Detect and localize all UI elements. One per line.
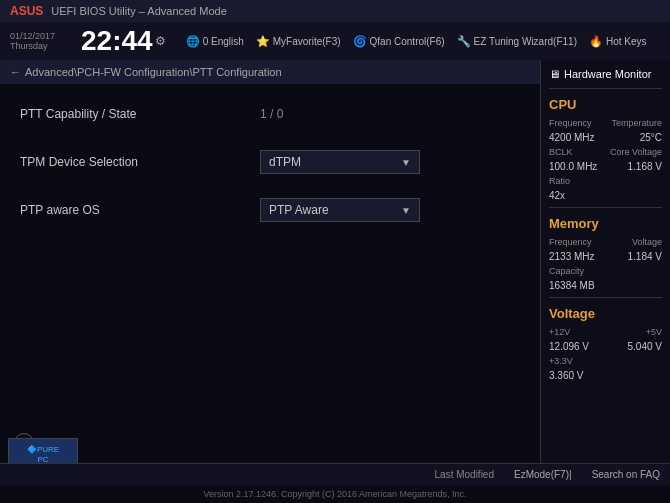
mem-volt-value: 1.184 V bbox=[628, 251, 662, 262]
ptt-capability-value: 1 / 0 bbox=[260, 107, 283, 121]
ptp-dropdown-arrow: ▼ bbox=[401, 205, 411, 216]
time-display: 22:44 ⚙ bbox=[81, 27, 166, 55]
cpu-section-title: CPU bbox=[549, 97, 662, 112]
cpu-bclk-value-row: 100.0 MHz 1.168 V bbox=[549, 161, 662, 172]
mem-cap-label-row: Capacity bbox=[549, 266, 662, 276]
cpu-temp-value: 25°C bbox=[640, 132, 662, 143]
mem-freq-label: Frequency bbox=[549, 237, 592, 247]
ez-tuning-label: EZ Tuning Wizard(F11) bbox=[474, 36, 577, 47]
ptp-aware-label: PTP aware OS bbox=[20, 203, 220, 217]
mem-freq-value-row: 2133 MHz 1.184 V bbox=[549, 251, 662, 262]
ratio-value-row: 42x bbox=[549, 190, 662, 201]
hardware-monitor-panel: 🖥 Hardware Monitor CPU Frequency Tempera… bbox=[540, 60, 670, 503]
monitor-icon: 🖥 bbox=[549, 68, 560, 80]
mem-freq-value: 2133 MHz bbox=[549, 251, 595, 262]
config-area: PTT Capability / State 1 / 0 TPM Device … bbox=[0, 84, 540, 260]
ptt-capability-label: PTT Capability / State bbox=[20, 107, 220, 121]
datetime-bar: 01/12/2017 Thursday 22:44 ⚙ 🌐 0 English … bbox=[0, 22, 670, 60]
tpm-device-label: TPM Device Selection bbox=[20, 155, 220, 169]
bclk-label: BCLK bbox=[549, 147, 573, 157]
bottom-action-bar: Last Modified EzMode(F7)| Search on FAQ bbox=[0, 463, 670, 485]
ptp-aware-dropdown[interactable]: PTP Aware ▼ bbox=[260, 198, 420, 222]
back-arrow-icon[interactable]: ← bbox=[10, 66, 21, 78]
myfavorite-label: MyFavorite(F3) bbox=[273, 36, 341, 47]
mem-volt-label: Voltage bbox=[632, 237, 662, 247]
ratio-label: Ratio bbox=[549, 176, 570, 186]
asus-logo-text: ASUS bbox=[10, 4, 43, 18]
date-display: 01/12/2017 Thursday bbox=[10, 31, 65, 51]
core-volt-value: 1.168 V bbox=[628, 161, 662, 172]
cpu-bclk-label-row: BCLK Core Voltage bbox=[549, 147, 662, 157]
cpu-temp-label: Temperature bbox=[611, 118, 662, 128]
version-bar: Version 2.17.1246. Copyright (C) 2016 Am… bbox=[0, 485, 670, 503]
ptt-capability-row: PTT Capability / State 1 / 0 bbox=[20, 100, 520, 128]
v12-value-row: 12.096 V 5.040 V bbox=[549, 341, 662, 352]
cpu-freq-value: 4200 MHz bbox=[549, 132, 595, 143]
qfan-label: Qfan Control(F6) bbox=[370, 36, 445, 47]
v33-label: +3.3V bbox=[549, 356, 573, 366]
top-icon-bar: 🌐 0 English ⭐ MyFavorite(F3) 🌀 Qfan Cont… bbox=[186, 35, 660, 48]
clock-time: 22:44 bbox=[81, 27, 153, 55]
ratio-value: 42x bbox=[549, 190, 565, 201]
day-text: Thursday bbox=[10, 41, 65, 51]
bclk-value: 100.0 MHz bbox=[549, 161, 597, 172]
tpm-device-dropdown[interactable]: dTPM ▼ bbox=[260, 150, 420, 174]
v5-label: +5V bbox=[646, 327, 662, 337]
hw-monitor-title: 🖥 Hardware Monitor bbox=[549, 68, 662, 80]
mem-freq-label-row: Frequency Voltage bbox=[549, 237, 662, 247]
mem-cap-value-row: 16384 MB bbox=[549, 280, 662, 291]
mem-cap-value: 16384 MB bbox=[549, 280, 595, 291]
search-faq-button[interactable]: Search on FAQ bbox=[592, 469, 660, 480]
tpm-dropdown-arrow: ▼ bbox=[401, 157, 411, 168]
memory-section-title: Memory bbox=[549, 216, 662, 231]
v12-value: 12.096 V bbox=[549, 341, 589, 352]
gear-icon[interactable]: ⚙ bbox=[155, 34, 166, 48]
ez-tuning-button[interactable]: 🔧 EZ Tuning Wizard(F11) bbox=[457, 35, 577, 48]
v33-label-row: +3.3V bbox=[549, 356, 662, 366]
breadcrumb-text: Advanced\PCH-FW Configuration\PTT Config… bbox=[25, 66, 282, 78]
v12-label-row: +12V +5V bbox=[549, 327, 662, 337]
ez-mode-button[interactable]: EzMode(F7)| bbox=[514, 469, 572, 480]
hotkeys-label: Hot Keys bbox=[606, 36, 647, 47]
last-modified-label: Last Modified bbox=[435, 469, 494, 480]
breadcrumb-bar: ← Advanced\PCH-FW Configuration\PTT Conf… bbox=[0, 60, 540, 84]
core-volt-label: Core Voltage bbox=[610, 147, 662, 157]
v5-value: 5.040 V bbox=[628, 341, 662, 352]
cpu-freq-label: Frequency bbox=[549, 118, 592, 128]
hotkeys-icon: 🔥 bbox=[589, 35, 603, 48]
fan-icon: 🌀 bbox=[353, 35, 367, 48]
main-content-area: ← Advanced\PCH-FW Configuration\PTT Conf… bbox=[0, 60, 540, 463]
qfan-button[interactable]: 🌀 Qfan Control(F6) bbox=[353, 35, 445, 48]
myfavorite-button[interactable]: ⭐ MyFavorite(F3) bbox=[256, 35, 341, 48]
pure-pc-text: 🔷PUREPC bbox=[27, 445, 59, 464]
date-text: 01/12/2017 bbox=[10, 31, 65, 41]
ptp-aware-row: PTP aware OS PTP Aware ▼ bbox=[20, 196, 520, 224]
cpu-freq-row: Frequency Temperature bbox=[549, 118, 662, 128]
ratio-label-row: Ratio bbox=[549, 176, 662, 186]
tpm-device-value: dTPM bbox=[269, 155, 301, 169]
favorite-icon: ⭐ bbox=[256, 35, 270, 48]
ptp-aware-value: PTP Aware bbox=[269, 203, 329, 217]
language-label: 0 English bbox=[203, 36, 244, 47]
version-text: Version 2.17.1246. Copyright (C) 2016 Am… bbox=[203, 489, 466, 499]
bios-title: UEFI BIOS Utility – Advanced Mode bbox=[51, 5, 226, 17]
language-icon: 🌐 bbox=[186, 35, 200, 48]
voltage-section-title: Voltage bbox=[549, 306, 662, 321]
v33-value: 3.360 V bbox=[549, 370, 583, 381]
tpm-device-row: TPM Device Selection dTPM ▼ bbox=[20, 148, 520, 176]
title-bar: ASUS UEFI BIOS Utility – Advanced Mode bbox=[0, 0, 670, 22]
hotkeys-button[interactable]: 🔥 Hot Keys bbox=[589, 35, 647, 48]
tuning-icon: 🔧 bbox=[457, 35, 471, 48]
language-selector[interactable]: 🌐 0 English bbox=[186, 35, 244, 48]
v12-label: +12V bbox=[549, 327, 570, 337]
cpu-freq-value-row: 4200 MHz 25°C bbox=[549, 132, 662, 143]
mem-cap-label: Capacity bbox=[549, 266, 584, 276]
v33-value-row: 3.360 V bbox=[549, 370, 662, 381]
